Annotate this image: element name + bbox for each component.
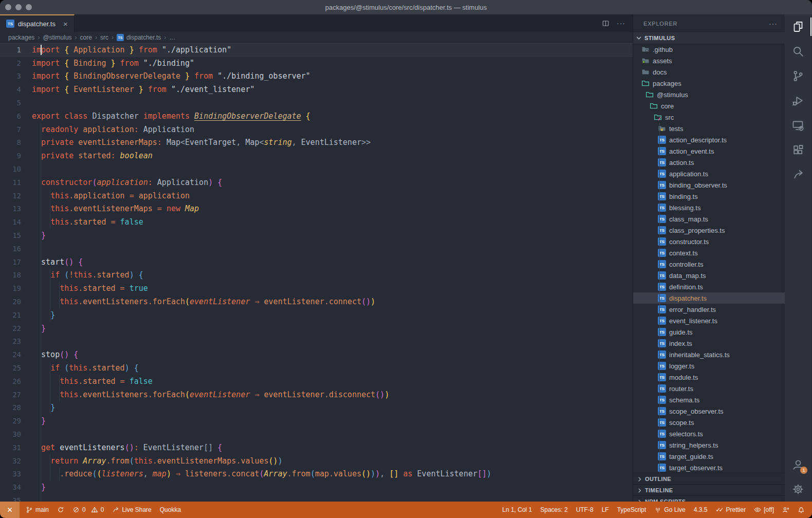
- activity-search-icon[interactable]: [785, 39, 811, 64]
- code-line[interactable]: 12 this.application = application: [0, 189, 633, 202]
- tree-item-constructor-ts[interactable]: TSconstructor.ts: [633, 236, 785, 247]
- explorer-more-actions-icon[interactable]: ···: [769, 20, 778, 28]
- tree-item-schema-ts[interactable]: TSschema.ts: [633, 394, 785, 405]
- tree-item-inheritable-statics-ts[interactable]: TSinheritable_statics.ts: [633, 349, 785, 360]
- code-line[interactable]: 2import { Binding } from "./binding": [0, 57, 633, 70]
- tree-item-event-listener-ts[interactable]: TSevent_listener.ts: [633, 315, 785, 326]
- code-line[interactable]: 3import { BindingObserverDelegate } from…: [0, 70, 633, 83]
- code-line[interactable]: 6export class Dispatcher implements Bind…: [0, 109, 633, 123]
- tree-item-dispatcher-ts[interactable]: TSdispatcher.ts: [633, 292, 785, 304]
- code-line[interactable]: 27 this.eventListeners.forEach(eventList…: [0, 388, 633, 401]
- code-line[interactable]: 32 return Array.from(this.eventListenerM…: [0, 454, 633, 468]
- code-line[interactable]: 22 }: [0, 322, 633, 335]
- code-line[interactable]: 4import { EventListener } from "./event_…: [0, 83, 633, 96]
- code-line[interactable]: 26 this.started = false: [0, 375, 633, 388]
- close-tab-icon[interactable]: ×: [63, 20, 68, 28]
- breadcrumb-item[interactable]: src: [100, 34, 108, 41]
- status-live-share[interactable]: Live Share: [108, 502, 155, 518]
- activity-settings-icon[interactable]: [785, 477, 811, 502]
- status-notifications[interactable]: [793, 502, 809, 518]
- tree-item-module-ts[interactable]: TSmodule.ts: [633, 372, 785, 383]
- code-line[interactable]: 19 this.started = true: [0, 282, 633, 295]
- code-line[interactable]: 15 }: [0, 229, 633, 242]
- code-line[interactable]: 23: [0, 335, 633, 348]
- tree-item-core[interactable]: core: [633, 100, 785, 112]
- tree-item-class-map-ts[interactable]: TSclass_map.ts: [633, 213, 785, 225]
- activity-live-share-icon[interactable]: [785, 162, 811, 187]
- status-git-branch[interactable]: main: [22, 502, 53, 518]
- code-line[interactable]: 21 }: [0, 308, 633, 322]
- tab-dispatcher-ts[interactable]: TS dispatcher.ts ×: [0, 14, 75, 32]
- code-line[interactable]: 7 readonly application: Application: [0, 123, 633, 136]
- activity-explorer-icon[interactable]: [785, 14, 811, 39]
- tree-item-scope-observer-ts[interactable]: TSscope_observer.ts: [633, 405, 785, 417]
- breadcrumb-item[interactable]: TSdispatcher.ts: [117, 34, 161, 41]
- status-prettier[interactable]: ✓✓Prettier: [711, 502, 750, 518]
- tree-item-class-properties-ts[interactable]: TSclass_properties.ts: [633, 225, 785, 236]
- code-line[interactable]: 34 }: [0, 480, 633, 494]
- tree-item-target-guide-ts[interactable]: TStarget_guide.ts: [633, 451, 785, 462]
- code-line[interactable]: 11 constructor(application: Application)…: [0, 176, 633, 189]
- tree-item--github[interactable]: .github: [633, 44, 785, 55]
- status-go-live[interactable]: Go Live: [650, 502, 689, 518]
- tree-item-router-ts[interactable]: TSrouter.ts: [633, 383, 785, 394]
- tree-item-definition-ts[interactable]: TSdefinition.ts: [633, 281, 785, 292]
- code-line[interactable]: 20 this.eventListeners.forEach(eventList…: [0, 295, 633, 308]
- code-line[interactable]: 13 this.eventListenerMaps = new Map: [0, 202, 633, 216]
- zoom-window-button[interactable]: [26, 4, 32, 10]
- tree-item-tests[interactable]: tests: [633, 123, 785, 134]
- status-live-share-session[interactable]: [778, 502, 793, 518]
- tree-item-scope-ts[interactable]: TSscope.ts: [633, 417, 785, 428]
- code-line[interactable]: 30: [0, 428, 633, 441]
- tree-item-assets[interactable]: assets: [633, 55, 785, 66]
- status-problems[interactable]: 00: [68, 502, 108, 518]
- code-line[interactable]: 33 .reduce((listeners, map) ⇒ listeners.…: [0, 468, 633, 481]
- breadcrumb-item[interactable]: core: [80, 34, 92, 41]
- tree-item-action-event-ts[interactable]: TSaction_event.ts: [633, 145, 785, 157]
- code-line[interactable]: 31 get eventListeners(): EventListener[]…: [0, 441, 633, 454]
- tree-item-binding-observer-ts[interactable]: TSbinding_observer.ts: [633, 179, 785, 191]
- tree-item--stimulus[interactable]: @stimulus: [633, 89, 785, 100]
- code-line[interactable]: 1import { Application } from "./applicat…: [0, 43, 633, 57]
- tree-item-target-observer-ts[interactable]: TStarget_observer.ts: [633, 462, 785, 473]
- tree-item-action-ts[interactable]: TSaction.ts: [633, 157, 785, 168]
- tree-item-packages[interactable]: packages: [633, 78, 785, 89]
- status-encoding[interactable]: UTF-8: [572, 502, 598, 518]
- status-sync[interactable]: [53, 502, 68, 518]
- code-line[interactable]: 8 private eventListenerMaps: Map<EventTa…: [0, 136, 633, 150]
- code-line[interactable]: 35: [0, 494, 633, 502]
- tree-item-context-ts[interactable]: TScontext.ts: [633, 247, 785, 258]
- tree-item-docs[interactable]: docs: [633, 66, 785, 78]
- tree-item-string-helpers-ts[interactable]: TSstring_helpers.ts: [633, 439, 785, 451]
- split-editor-icon[interactable]: [602, 20, 610, 27]
- breadcrumb-item[interactable]: …: [169, 34, 175, 41]
- code-line[interactable]: 25 if (this.started) {: [0, 361, 633, 375]
- more-actions-icon[interactable]: ···: [617, 19, 625, 27]
- code-line[interactable]: 5: [0, 96, 633, 109]
- status-quokka[interactable]: Quokka: [156, 502, 185, 518]
- tree-item-binding-ts[interactable]: TSbinding.ts: [633, 191, 785, 202]
- code-line[interactable]: 16: [0, 242, 633, 255]
- tree-item-error-handler-ts[interactable]: TSerror_handler.ts: [633, 304, 785, 315]
- close-window-button[interactable]: [5, 4, 11, 10]
- tree-item-logger-ts[interactable]: TSlogger.ts: [633, 360, 785, 372]
- code-line[interactable]: 24 stop() {: [0, 348, 633, 361]
- activity-extensions-icon[interactable]: [785, 138, 811, 162]
- code-line[interactable]: 29 }: [0, 414, 633, 428]
- section-stimulus[interactable]: STIMULUS: [633, 32, 785, 44]
- tree-item-guide-ts[interactable]: TSguide.ts: [633, 326, 785, 338]
- breadcrumb-item[interactable]: @stimulus: [43, 34, 71, 41]
- activity-remote-explorer-icon[interactable]: [785, 113, 811, 138]
- code-line[interactable]: 9 private started: boolean: [0, 149, 633, 162]
- status-indentation[interactable]: Spaces: 2: [536, 502, 571, 518]
- tree-item-blessing-ts[interactable]: TSblessing.ts: [633, 202, 785, 213]
- status-language-mode[interactable]: TypeScript: [613, 502, 651, 518]
- status-remote-indicator[interactable]: [0, 502, 20, 518]
- code-line[interactable]: 17 start() {: [0, 255, 633, 269]
- status-eol[interactable]: LF: [598, 502, 613, 518]
- activity-run-and-debug-icon[interactable]: [785, 88, 811, 113]
- panel-timeline[interactable]: TIMELINE: [633, 485, 785, 496]
- status-cursor-position[interactable]: Ln 1, Col 1: [498, 502, 536, 518]
- panel-outline[interactable]: OUTLINE: [633, 473, 785, 485]
- minimize-window-button[interactable]: [15, 4, 22, 10]
